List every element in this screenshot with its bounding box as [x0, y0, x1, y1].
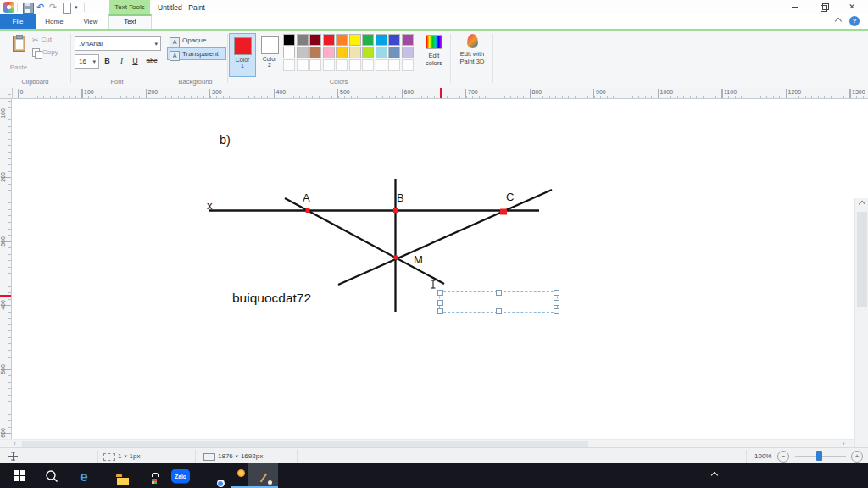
status-separator	[97, 450, 98, 463]
v-scroll-thumb[interactable]	[857, 212, 867, 307]
resize-handle[interactable]	[554, 308, 559, 314]
bold-button[interactable]: B	[101, 54, 114, 68]
palette-swatch[interactable]	[309, 59, 321, 71]
collapse-ribbon-icon[interactable]	[836, 19, 843, 25]
opaque-button[interactable]: AOpaque	[168, 35, 222, 47]
scroll-left-icon[interactable]: ‹	[14, 440, 16, 447]
edge-icon: e	[80, 469, 87, 483]
drawing-canvas[interactable]: b) x A B C M buiquocdat72	[12, 99, 854, 439]
palette-swatch[interactable]	[349, 47, 361, 58]
taskbar-zalo-button[interactable]: Zalo	[164, 463, 197, 488]
palette-swatch[interactable]	[402, 47, 414, 58]
figure-points	[306, 208, 508, 260]
palette-swatch[interactable]	[388, 34, 400, 46]
tab-text[interactable]: Text	[108, 14, 152, 29]
palette-swatch[interactable]	[362, 47, 374, 58]
new-document-icon[interactable]	[63, 3, 71, 14]
palette-swatch[interactable]	[297, 47, 309, 58]
scroll-right-icon[interactable]: ›	[843, 440, 845, 447]
palette-swatch[interactable]	[376, 34, 387, 46]
italic-button[interactable]: I	[115, 54, 128, 68]
minimize-button[interactable]	[783, 0, 807, 14]
palette-swatch[interactable]	[336, 34, 348, 46]
tab-home[interactable]: Home	[36, 14, 73, 29]
palette-swatch[interactable]	[388, 59, 400, 71]
palette-swatch[interactable]	[336, 47, 348, 58]
palette-swatch[interactable]	[323, 59, 335, 71]
tray-expand-icon[interactable]	[712, 473, 717, 488]
copy-button[interactable]: Copy	[32, 48, 58, 60]
status-separator	[746, 450, 747, 463]
save-icon[interactable]	[23, 3, 34, 14]
palette-swatch[interactable]	[336, 59, 348, 71]
resize-handle[interactable]	[437, 300, 443, 306]
h-ruler-label: 1300	[852, 89, 865, 95]
resize-handle[interactable]	[554, 290, 559, 296]
qat-customize-icon[interactable]: ▾	[75, 4, 78, 11]
palette-swatch[interactable]	[349, 59, 361, 71]
taskbar-store-button[interactable]	[132, 463, 164, 488]
vertical-scrollbar[interactable]	[854, 198, 868, 488]
palette-swatch[interactable]	[309, 34, 321, 46]
h-scroll-thumb[interactable]	[22, 441, 588, 447]
color2-button[interactable]: Color 2	[257, 33, 282, 75]
resize-handle[interactable]	[437, 290, 443, 296]
tab-view[interactable]: View	[73, 14, 108, 29]
color1-button[interactable]: Color 1	[229, 33, 256, 77]
text-box-selection[interactable]	[439, 291, 558, 313]
palette-swatch[interactable]	[323, 47, 335, 58]
group-label-background: Background	[164, 78, 227, 86]
palette-swatch[interactable]	[362, 34, 374, 46]
start-button[interactable]	[3, 463, 36, 488]
paste-button[interactable]: Paste	[5, 34, 32, 76]
zoom-slider-thumb[interactable]	[816, 451, 822, 461]
zoom-in-button[interactable]: +	[851, 451, 863, 463]
taskbar-search-button[interactable]	[36, 463, 68, 488]
resize-handle[interactable]	[496, 308, 502, 314]
tab-file[interactable]: File	[0, 14, 36, 29]
font-family-select[interactable]: .VnArial ▾	[75, 36, 161, 51]
palette-swatch[interactable]	[283, 34, 295, 46]
underline-button[interactable]: U	[129, 54, 142, 68]
help-icon[interactable]: ?	[849, 16, 860, 26]
palette-swatch[interactable]	[309, 47, 321, 58]
transparent-button[interactable]: ATransparent	[167, 47, 226, 60]
chevron-down-icon: ▾	[89, 55, 96, 68]
paint-app-icon[interactable]	[3, 2, 14, 13]
resize-handle[interactable]	[496, 290, 502, 296]
palette-swatch[interactable]	[323, 34, 335, 46]
resize-handle[interactable]	[437, 308, 443, 314]
close-button[interactable]: ✕	[839, 0, 865, 14]
edit-colors-button[interactable]: Edit colors	[420, 32, 448, 81]
palette-swatch[interactable]	[297, 34, 309, 46]
palette-swatch[interactable]	[402, 59, 414, 71]
strikethrough-button[interactable]: abc	[142, 54, 161, 68]
taskbar-edge-button[interactable]: e	[68, 463, 100, 488]
palette-swatch[interactable]	[362, 59, 374, 71]
restore-button[interactable]	[811, 0, 835, 14]
taskbar-explorer-button[interactable]	[100, 463, 132, 488]
palette-swatch[interactable]	[388, 47, 400, 58]
zoom-out-button[interactable]: −	[777, 451, 789, 463]
palette-swatch[interactable]	[376, 47, 387, 58]
cut-button[interactable]: ✂Cut	[32, 36, 52, 47]
undo-icon[interactable]: ↶	[36, 1, 44, 13]
taskbar-paint-button[interactable]	[248, 463, 278, 488]
palette-swatch[interactable]	[297, 59, 309, 71]
resize-handle[interactable]	[554, 300, 559, 306]
scroll-up-icon[interactable]	[860, 202, 865, 207]
group-label-clipboard: Clipboard	[0, 78, 70, 86]
font-size-select[interactable]: 16 ▾	[75, 54, 99, 69]
edit-with-paint3d-button[interactable]: Edit with Paint 3D	[453, 32, 491, 81]
palette-swatch[interactable]	[402, 34, 414, 46]
taskbar-chrome-button[interactable]	[197, 463, 229, 488]
redo-icon[interactable]: ↷	[49, 1, 57, 13]
palette-swatch[interactable]	[349, 34, 361, 46]
palette-swatch[interactable]	[283, 59, 295, 71]
h-ruler-label: 700	[468, 89, 478, 95]
palette-swatch[interactable]	[283, 47, 295, 58]
h-ruler-label: 800	[532, 89, 542, 95]
palette-swatch[interactable]	[376, 59, 387, 71]
canvas-size-text: 1876 × 1692px	[218, 452, 263, 460]
label-x: x	[207, 199, 213, 212]
